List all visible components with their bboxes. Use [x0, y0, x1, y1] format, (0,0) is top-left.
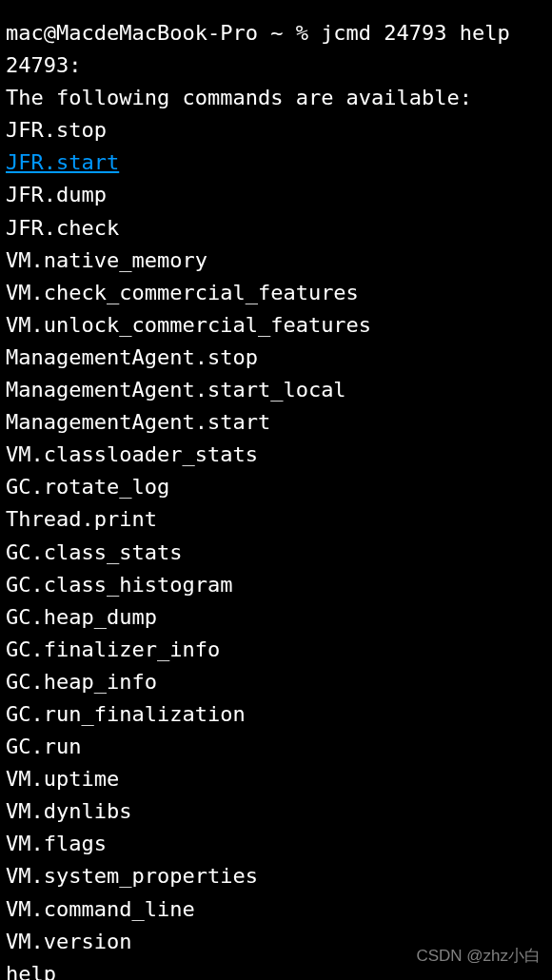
prompt-line: mac@MacdeMacBook-Pro ~ % jcmd 24793 help: [6, 17, 546, 49]
command-line: GC.class_histogram: [6, 569, 546, 601]
command-line: GC.finalizer_info: [6, 634, 546, 666]
command-line: GC.rotate_log: [6, 471, 546, 503]
command-line: VM.command_line: [6, 893, 546, 926]
command-line: JFR.start: [6, 147, 546, 179]
command-line: GC.run: [6, 731, 546, 763]
command-line: ManagementAgent.start: [6, 406, 546, 439]
command-line: VM.unlock_commercial_features: [6, 309, 546, 342]
command-line: VM.uptime: [6, 763, 546, 795]
command-line: VM.check_commercial_features: [6, 277, 546, 309]
command-line: VM.flags: [6, 828, 546, 860]
command-line: VM.classloader_stats: [6, 439, 546, 471]
header-line: The following commands are available:: [6, 82, 546, 114]
command-line: GC.heap_dump: [6, 601, 546, 634]
command-line: JFR.dump: [6, 179, 546, 211]
command-line: VM.dynlibs: [6, 795, 546, 828]
watermark: CSDN @zhz小白: [416, 944, 541, 969]
command-line: GC.class_stats: [6, 537, 546, 569]
command-line: VM.native_memory: [6, 245, 546, 277]
command-line: VM.system_properties: [6, 860, 546, 892]
pid-line: 24793:: [6, 49, 546, 82]
command-line: ManagementAgent.stop: [6, 342, 546, 374]
command-line: Thread.print: [6, 503, 546, 536]
command-line: GC.heap_info: [6, 666, 546, 698]
command-line: JFR.stop: [6, 114, 546, 147]
command-line: GC.run_finalization: [6, 698, 546, 731]
command-line: ManagementAgent.start_local: [6, 374, 546, 406]
command-line: JFR.check: [6, 212, 546, 245]
command-link[interactable]: JFR.start: [6, 150, 119, 174]
commands-list: JFR.stopJFR.startJFR.dumpJFR.checkVM.nat…: [6, 114, 546, 980]
